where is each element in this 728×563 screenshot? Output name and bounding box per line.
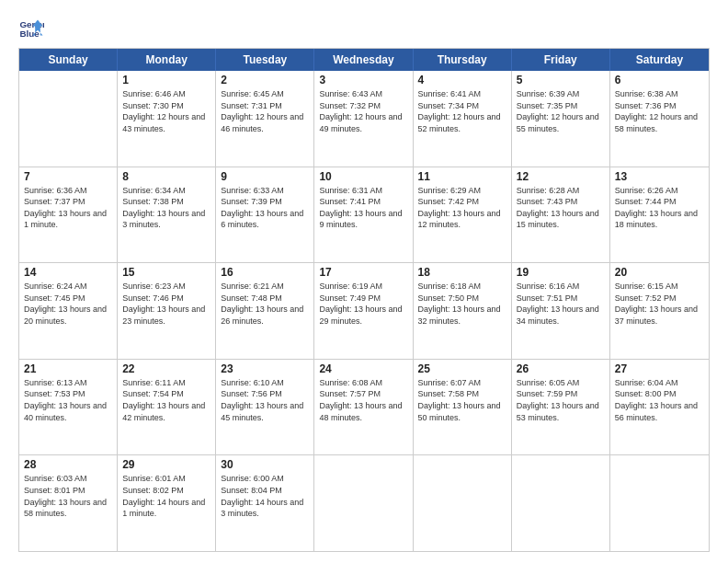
day-cell-26: 26Sunrise: 6:05 AMSunset: 7:59 PMDayligh… bbox=[512, 360, 610, 455]
day-cell-14: 14Sunrise: 6:24 AMSunset: 7:45 PMDayligh… bbox=[19, 263, 118, 359]
day-info: Sunrise: 6:24 AMSunset: 7:45 PMDaylight:… bbox=[24, 281, 112, 327]
day-info: Sunrise: 6:43 AMSunset: 7:32 PMDaylight:… bbox=[319, 88, 407, 134]
calendar-header: SundayMondayTuesdayWednesdayThursdayFrid… bbox=[19, 49, 709, 71]
day-cell-6: 6Sunrise: 6:38 AMSunset: 7:36 PMDaylight… bbox=[610, 71, 709, 167]
header-cell-monday: Monday bbox=[118, 49, 216, 71]
day-info: Sunrise: 6:21 AMSunset: 7:48 PMDaylight:… bbox=[221, 281, 309, 327]
day-number: 26 bbox=[517, 362, 605, 375]
day-cell-3: 3Sunrise: 6:43 AMSunset: 7:32 PMDaylight… bbox=[314, 71, 413, 167]
calendar-body: 1Sunrise: 6:46 AMSunset: 7:30 PMDaylight… bbox=[19, 71, 709, 551]
day-cell-15: 15Sunrise: 6:23 AMSunset: 7:46 PMDayligh… bbox=[118, 263, 216, 359]
header: General Blue bbox=[18, 15, 710, 40]
day-info: Sunrise: 6:05 AMSunset: 7:59 PMDaylight:… bbox=[517, 377, 605, 423]
logo-icon: General Blue bbox=[18, 15, 44, 40]
day-number: 18 bbox=[418, 266, 506, 279]
day-info: Sunrise: 6:28 AMSunset: 7:43 PMDaylight:… bbox=[517, 185, 605, 231]
day-number: 1 bbox=[122, 74, 210, 86]
day-cell-29: 29Sunrise: 6:01 AMSunset: 8:02 PMDayligh… bbox=[118, 455, 216, 551]
day-cell-23: 23Sunrise: 6:10 AMSunset: 7:56 PMDayligh… bbox=[216, 360, 314, 455]
day-info: Sunrise: 6:33 AMSunset: 7:39 PMDaylight:… bbox=[221, 185, 309, 231]
day-info: Sunrise: 6:23 AMSunset: 7:46 PMDaylight:… bbox=[122, 281, 210, 327]
week-row-3: 14Sunrise: 6:24 AMSunset: 7:45 PMDayligh… bbox=[19, 263, 709, 360]
day-info: Sunrise: 6:15 AMSunset: 7:52 PMDaylight:… bbox=[615, 281, 704, 327]
day-number: 20 bbox=[615, 266, 704, 279]
day-number: 2 bbox=[221, 74, 309, 86]
day-number: 25 bbox=[418, 362, 506, 375]
day-info: Sunrise: 6:19 AMSunset: 7:49 PMDaylight:… bbox=[319, 281, 407, 327]
header-cell-sunday: Sunday bbox=[19, 49, 118, 71]
day-cell-2: 2Sunrise: 6:45 AMSunset: 7:31 PMDaylight… bbox=[216, 71, 314, 167]
day-info: Sunrise: 6:04 AMSunset: 8:00 PMDaylight:… bbox=[615, 377, 704, 423]
day-cell-12: 12Sunrise: 6:28 AMSunset: 7:43 PMDayligh… bbox=[512, 167, 610, 263]
day-info: Sunrise: 6:31 AMSunset: 7:41 PMDaylight:… bbox=[319, 185, 407, 231]
day-number: 16 bbox=[221, 266, 309, 279]
day-number: 12 bbox=[517, 170, 605, 183]
day-cell-9: 9Sunrise: 6:33 AMSunset: 7:39 PMDaylight… bbox=[216, 167, 314, 263]
day-cell-22: 22Sunrise: 6:11 AMSunset: 7:54 PMDayligh… bbox=[118, 360, 216, 455]
day-number: 4 bbox=[418, 74, 506, 86]
header-cell-saturday: Saturday bbox=[610, 49, 709, 71]
day-info: Sunrise: 6:26 AMSunset: 7:44 PMDaylight:… bbox=[615, 185, 704, 231]
day-cell-4: 4Sunrise: 6:41 AMSunset: 7:34 PMDaylight… bbox=[414, 71, 512, 167]
day-info: Sunrise: 6:39 AMSunset: 7:35 PMDaylight:… bbox=[517, 88, 605, 134]
day-cell-18: 18Sunrise: 6:18 AMSunset: 7:50 PMDayligh… bbox=[414, 263, 512, 359]
day-info: Sunrise: 6:29 AMSunset: 7:42 PMDaylight:… bbox=[418, 185, 506, 231]
day-number: 28 bbox=[24, 458, 112, 471]
day-cell-16: 16Sunrise: 6:21 AMSunset: 7:48 PMDayligh… bbox=[216, 263, 314, 359]
day-number: 29 bbox=[122, 458, 210, 471]
day-info: Sunrise: 6:38 AMSunset: 7:36 PMDaylight:… bbox=[615, 88, 704, 134]
header-cell-thursday: Thursday bbox=[414, 49, 512, 71]
day-info: Sunrise: 6:07 AMSunset: 7:58 PMDaylight:… bbox=[418, 377, 506, 423]
day-number: 22 bbox=[122, 362, 210, 375]
day-number: 19 bbox=[517, 266, 605, 279]
day-cell-empty-5 bbox=[512, 455, 610, 551]
day-number: 7 bbox=[24, 170, 112, 183]
day-cell-24: 24Sunrise: 6:08 AMSunset: 7:57 PMDayligh… bbox=[314, 360, 413, 455]
day-info: Sunrise: 6:16 AMSunset: 7:51 PMDaylight:… bbox=[517, 281, 605, 327]
day-cell-1: 1Sunrise: 6:46 AMSunset: 7:30 PMDaylight… bbox=[118, 71, 216, 167]
header-cell-wednesday: Wednesday bbox=[314, 49, 413, 71]
day-cell-20: 20Sunrise: 6:15 AMSunset: 7:52 PMDayligh… bbox=[610, 263, 709, 359]
day-info: Sunrise: 6:36 AMSunset: 7:37 PMDaylight:… bbox=[24, 185, 112, 231]
day-cell-13: 13Sunrise: 6:26 AMSunset: 7:44 PMDayligh… bbox=[610, 167, 709, 263]
day-cell-10: 10Sunrise: 6:31 AMSunset: 7:41 PMDayligh… bbox=[314, 167, 413, 263]
week-row-2: 7Sunrise: 6:36 AMSunset: 7:37 PMDaylight… bbox=[19, 167, 709, 264]
day-info: Sunrise: 6:18 AMSunset: 7:50 PMDaylight:… bbox=[418, 281, 506, 327]
day-cell-empty-4 bbox=[414, 455, 512, 551]
header-cell-friday: Friday bbox=[512, 49, 610, 71]
day-cell-5: 5Sunrise: 6:39 AMSunset: 7:35 PMDaylight… bbox=[512, 71, 610, 167]
day-cell-7: 7Sunrise: 6:36 AMSunset: 7:37 PMDaylight… bbox=[19, 167, 118, 263]
week-row-5: 28Sunrise: 6:03 AMSunset: 8:01 PMDayligh… bbox=[19, 455, 709, 551]
day-number: 15 bbox=[122, 266, 210, 279]
day-info: Sunrise: 6:45 AMSunset: 7:31 PMDaylight:… bbox=[221, 88, 309, 134]
calendar: SundayMondayTuesdayWednesdayThursdayFrid… bbox=[18, 48, 710, 552]
day-number: 6 bbox=[615, 74, 704, 86]
day-cell-empty-3 bbox=[314, 455, 413, 551]
header-cell-tuesday: Tuesday bbox=[216, 49, 314, 71]
day-info: Sunrise: 6:41 AMSunset: 7:34 PMDaylight:… bbox=[418, 88, 506, 134]
day-cell-11: 11Sunrise: 6:29 AMSunset: 7:42 PMDayligh… bbox=[414, 167, 512, 263]
day-cell-empty-6 bbox=[610, 455, 709, 551]
day-info: Sunrise: 6:00 AMSunset: 8:04 PMDaylight:… bbox=[221, 473, 309, 519]
day-number: 21 bbox=[24, 362, 112, 375]
day-cell-28: 28Sunrise: 6:03 AMSunset: 8:01 PMDayligh… bbox=[19, 455, 118, 551]
day-info: Sunrise: 6:10 AMSunset: 7:56 PMDaylight:… bbox=[221, 377, 309, 423]
day-cell-30: 30Sunrise: 6:00 AMSunset: 8:04 PMDayligh… bbox=[216, 455, 314, 551]
day-number: 9 bbox=[221, 170, 309, 183]
day-cell-25: 25Sunrise: 6:07 AMSunset: 7:58 PMDayligh… bbox=[414, 360, 512, 455]
day-info: Sunrise: 6:01 AMSunset: 8:02 PMDaylight:… bbox=[122, 473, 210, 519]
day-cell-19: 19Sunrise: 6:16 AMSunset: 7:51 PMDayligh… bbox=[512, 263, 610, 359]
day-info: Sunrise: 6:03 AMSunset: 8:01 PMDaylight:… bbox=[24, 473, 112, 519]
day-number: 10 bbox=[319, 170, 407, 183]
day-info: Sunrise: 6:34 AMSunset: 7:38 PMDaylight:… bbox=[122, 185, 210, 231]
day-number: 24 bbox=[319, 362, 407, 375]
day-number: 5 bbox=[517, 74, 605, 86]
day-cell-21: 21Sunrise: 6:13 AMSunset: 7:53 PMDayligh… bbox=[19, 360, 118, 455]
day-number: 11 bbox=[418, 170, 506, 183]
logo: General Blue bbox=[18, 15, 48, 40]
day-info: Sunrise: 6:11 AMSunset: 7:54 PMDaylight:… bbox=[122, 377, 210, 423]
day-number: 8 bbox=[122, 170, 210, 183]
week-row-1: 1Sunrise: 6:46 AMSunset: 7:30 PMDaylight… bbox=[19, 71, 709, 167]
day-info: Sunrise: 6:13 AMSunset: 7:53 PMDaylight:… bbox=[24, 377, 112, 423]
day-info: Sunrise: 6:46 AMSunset: 7:30 PMDaylight:… bbox=[122, 88, 210, 134]
